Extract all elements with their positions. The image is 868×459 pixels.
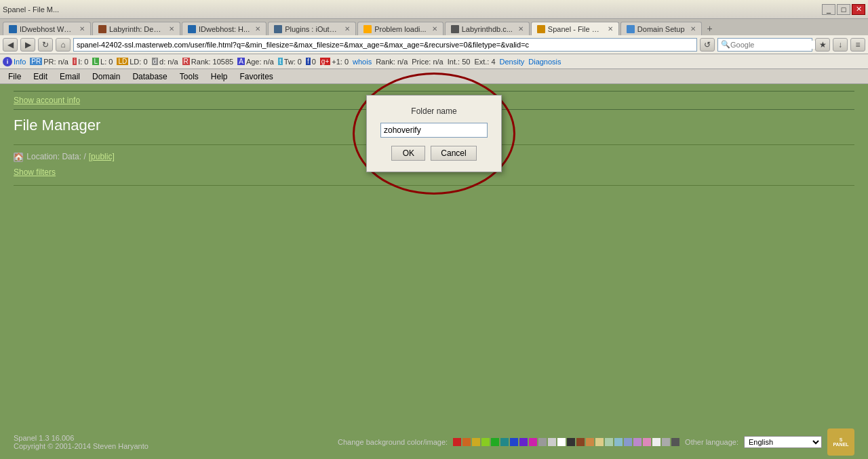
menu-item-file[interactable]: File xyxy=(3,71,26,83)
color-swatch-23[interactable] xyxy=(671,438,679,446)
color-swatch-6[interactable] xyxy=(510,438,518,446)
tab-close-button[interactable]: ✕ xyxy=(344,25,350,33)
menu-bar: FileEditEmailDomainDatabaseToolsHelpFavo… xyxy=(0,69,868,84)
seo-ext: Ext.: 4 xyxy=(474,58,495,66)
color-swatch-7[interactable] xyxy=(519,438,528,446)
seo-whois[interactable]: whois xyxy=(353,58,372,66)
color-swatch-4[interactable] xyxy=(491,438,499,446)
tab-label: Spanel - File M... xyxy=(548,25,602,33)
search-icon: 🔍 xyxy=(721,40,730,49)
maximize-button[interactable]: □ xyxy=(837,4,850,15)
reload-button[interactable]: ↻ xyxy=(38,38,53,52)
tab-close-button[interactable]: ✕ xyxy=(432,25,437,33)
tab-favicon xyxy=(98,25,106,33)
tab-label: IDwebhost: H... xyxy=(199,25,250,33)
info-icon: i xyxy=(3,57,12,66)
modal-overlay: Folder name OK Cancel xyxy=(0,95,868,172)
color-swatch-14[interactable] xyxy=(586,438,594,446)
menu-button[interactable]: ≡ xyxy=(850,38,865,52)
folder-name-dialog: Folder name OK Cancel xyxy=(366,95,502,172)
seo-i: i I: 0 xyxy=(73,58,89,66)
tab-close-button[interactable]: ✕ xyxy=(79,25,85,33)
color-swatch-5[interactable] xyxy=(500,438,509,446)
footer: Spanel 1.3 16.006 Copyright © 2001-2014 … xyxy=(0,423,868,459)
tab-label: Problem loadi... xyxy=(374,25,426,33)
tab-t3[interactable]: IDwebhost: H...✕ xyxy=(182,22,267,35)
seo-rank: R Rank: 10585 xyxy=(182,58,234,66)
color-swatch-3[interactable] xyxy=(481,438,490,446)
color-swatch-18[interactable] xyxy=(624,438,632,446)
seo-int: Int.: 50 xyxy=(448,58,471,66)
tab-t7[interactable]: Spanel - File M...✕ xyxy=(531,22,619,35)
color-swatch-0[interactable] xyxy=(453,438,461,446)
color-swatch-16[interactable] xyxy=(605,438,613,446)
seo-toolbar: i Info PR PR: n/a i I: 0 L L: 0 LD LD: 0… xyxy=(0,54,868,69)
rank-icon: R xyxy=(182,58,190,65)
title-bar: Spanel - File M... _ □ ✕ xyxy=(0,0,868,19)
bookmark-button[interactable]: ★ xyxy=(815,38,830,52)
seo-rank2: Rank: n/a xyxy=(376,58,408,66)
color-swatch-8[interactable] xyxy=(529,438,537,446)
tab-close-button[interactable]: ✕ xyxy=(255,25,260,33)
lang-label: Other language: xyxy=(685,438,738,446)
tab-label: IDwebhost We... xyxy=(20,25,74,33)
color-swatch-21[interactable] xyxy=(652,438,660,446)
search-box: 🔍 xyxy=(717,38,812,52)
tab-close-button[interactable]: ✕ xyxy=(608,25,613,33)
menu-item-tools[interactable]: Tools xyxy=(174,71,204,83)
language-select[interactable]: EnglishBahasa IndonesiaDeutschEspañol xyxy=(744,436,822,448)
search-input[interactable] xyxy=(730,41,824,49)
color-swatch-10[interactable] xyxy=(548,438,556,446)
color-swatch-15[interactable] xyxy=(595,438,604,446)
tab-t1[interactable]: IDwebhost We...✕ xyxy=(3,22,91,35)
color-swatch-1[interactable] xyxy=(462,438,471,446)
color-swatch-19[interactable] xyxy=(633,438,642,446)
seo-info[interactable]: i Info xyxy=(3,57,26,66)
menu-item-edit[interactable]: Edit xyxy=(28,71,53,83)
color-swatch-22[interactable] xyxy=(662,438,670,446)
color-swatch-2[interactable] xyxy=(472,438,480,446)
d-icon: d xyxy=(152,58,159,65)
tab-close-button[interactable]: ✕ xyxy=(169,25,174,33)
seo-density[interactable]: Density xyxy=(500,58,525,66)
menu-item-email[interactable]: Email xyxy=(54,71,85,83)
color-swatch-12[interactable] xyxy=(567,438,575,446)
menu-item-database[interactable]: Database xyxy=(127,71,172,83)
forward-button[interactable]: ▶ xyxy=(20,38,35,52)
minimize-button[interactable]: _ xyxy=(822,4,835,15)
new-tab-button[interactable]: + xyxy=(703,22,717,35)
tab-t8[interactable]: Domain Setup✕ xyxy=(620,22,702,35)
seo-d: d d: n/a xyxy=(152,58,178,66)
tab-t2[interactable]: Labyrinth: Design a...✕ xyxy=(92,22,180,35)
seo-diagnosis[interactable]: Diagnosis xyxy=(528,58,561,66)
color-swatch-9[interactable] xyxy=(538,438,547,446)
refresh-button[interactable]: ↺ xyxy=(700,38,715,52)
color-swatch-11[interactable] xyxy=(557,438,566,446)
color-swatch-20[interactable] xyxy=(643,438,651,446)
close-button[interactable]: ✕ xyxy=(852,4,865,15)
tab-favicon xyxy=(274,25,282,33)
tab-favicon xyxy=(537,25,545,33)
tab-close-button[interactable]: ✕ xyxy=(518,25,524,33)
folder-name-input[interactable] xyxy=(380,123,488,138)
browser-title: Spanel - File M... xyxy=(3,5,59,14)
ok-button[interactable]: OK xyxy=(391,146,425,161)
color-swatch-13[interactable] xyxy=(576,438,585,446)
back-button[interactable]: ◀ xyxy=(3,38,18,52)
cancel-button[interactable]: Cancel xyxy=(431,146,476,161)
menu-item-favorites[interactable]: Favorites xyxy=(234,71,278,83)
tab-favicon xyxy=(451,25,459,33)
downloads-button[interactable]: ↓ xyxy=(833,38,848,52)
tab-t4[interactable]: Plugins : iOutboun...✕ xyxy=(268,22,356,35)
tab-t5[interactable]: Problem loadi...✕ xyxy=(357,22,443,35)
home-button[interactable]: ⌂ xyxy=(56,38,71,52)
menu-item-domain[interactable]: Domain xyxy=(87,71,125,83)
circle-wrapper: Folder name OK Cancel xyxy=(366,95,502,172)
tab-bar: IDwebhost We...✕Labyrinth: Design a...✕I… xyxy=(0,19,868,35)
tab-t6[interactable]: Labyrinthdb.c...✕ xyxy=(445,22,530,35)
menu-item-help[interactable]: Help xyxy=(205,71,233,83)
gplus-icon: g+ xyxy=(320,58,330,65)
color-swatch-17[interactable] xyxy=(614,438,623,446)
tab-close-button[interactable]: ✕ xyxy=(690,25,696,33)
address-input[interactable] xyxy=(73,38,697,52)
